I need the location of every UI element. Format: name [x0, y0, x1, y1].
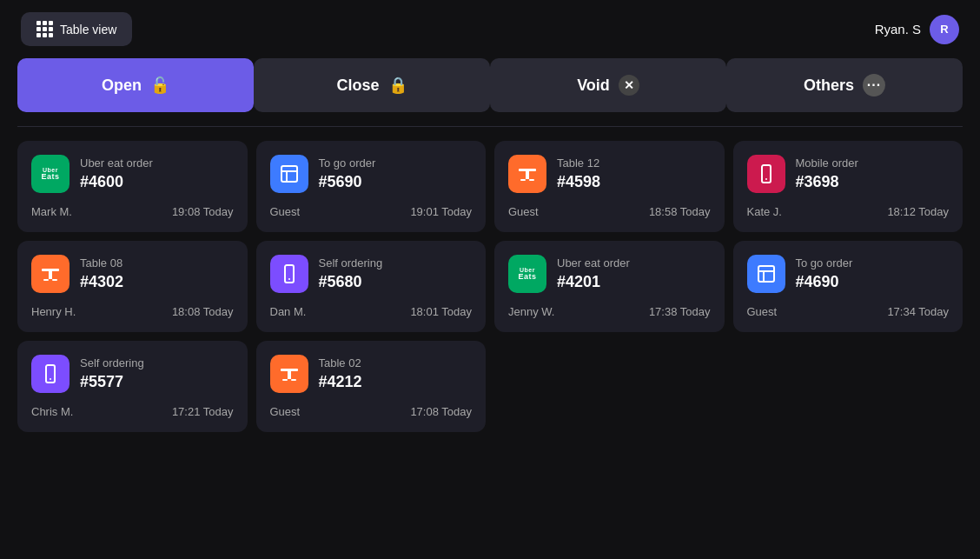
card-footer: Dan M. 18:01 Today: [270, 305, 473, 318]
card-title: Table 02: [319, 356, 362, 369]
card-customer: Chris M.: [31, 405, 73, 418]
card-info: Mobile order #3698: [796, 156, 858, 191]
card-title: Self ordering: [80, 356, 144, 369]
card-number: #5577: [80, 373, 144, 391]
self-icon: [31, 355, 70, 393]
order-card[interactable]: To go order #4690 Guest 17:34 Today: [733, 241, 963, 332]
cards-container: UberEats Uber eat order #4600 Mark M. 19…: [0, 141, 980, 432]
svg-rect-5: [520, 179, 526, 181]
svg-rect-4: [526, 171, 529, 179]
tab-others[interactable]: Others ···: [726, 58, 963, 112]
card-info: Table 12 #4598: [557, 156, 600, 191]
svg-rect-11: [43, 279, 49, 281]
card-number: #4212: [319, 373, 362, 391]
card-header: UberEats Uber eat order #4201: [508, 255, 711, 293]
avatar: R: [930, 15, 959, 44]
card-time: 18:58 Today: [649, 205, 711, 218]
card-footer: Guest 19:01 Today: [270, 205, 473, 218]
card-time: 18:08 Today: [172, 305, 234, 318]
svg-rect-21: [288, 371, 291, 379]
card-customer: Guest: [270, 205, 301, 218]
uber-icon: UberEats: [508, 255, 546, 293]
card-title: Self ordering: [319, 256, 383, 270]
card-time: 17:38 Today: [649, 305, 711, 318]
order-card[interactable]: Self ordering #5680 Dan M. 18:01 Today: [256, 241, 487, 332]
table-view-button[interactable]: Table view: [21, 12, 132, 46]
svg-rect-0: [281, 166, 297, 182]
svg-rect-15: [758, 266, 774, 282]
order-card[interactable]: Table 08 #4302 Henry H. 18:08 Today: [17, 241, 248, 332]
order-card[interactable]: Mobile order #3698 Kate J. 18:12 Today: [733, 141, 963, 232]
svg-rect-9: [42, 269, 59, 271]
card-info: Uber eat order #4600: [80, 156, 153, 191]
order-card[interactable]: UberEats Uber eat order #4600 Mark M. 19…: [17, 141, 248, 232]
card-number: #4600: [80, 173, 153, 191]
card-title: To go order: [319, 156, 376, 170]
card-info: Table 02 #4212: [319, 356, 362, 391]
table-view-label: Table view: [60, 23, 116, 37]
card-number: #4201: [557, 273, 630, 291]
svg-rect-6: [529, 179, 534, 181]
card-time: 17:08 Today: [410, 405, 472, 418]
card-footer: Guest 17:34 Today: [747, 305, 950, 318]
svg-point-19: [50, 378, 51, 380]
tab-close-label: Close: [336, 77, 379, 95]
dots-icon: ···: [863, 74, 885, 96]
card-footer: Jenny W. 17:38 Today: [508, 305, 711, 318]
card-header: Self ordering #5577: [31, 355, 234, 393]
user-name: Ryan. S: [875, 22, 921, 37]
card-header: Table 02 #4212: [270, 355, 473, 393]
card-info: Self ordering #5577: [80, 356, 144, 391]
card-header: To go order #5690: [270, 155, 473, 193]
card-time: 17:34 Today: [887, 305, 949, 318]
svg-rect-12: [52, 279, 57, 281]
tab-open-label: Open: [102, 77, 142, 95]
card-customer: Guest: [270, 405, 301, 418]
tab-void[interactable]: Void ✕: [490, 58, 726, 112]
table-icon: [508, 155, 546, 193]
grid-icon: [36, 21, 53, 37]
card-number: #4302: [80, 273, 123, 291]
card-time: 17:21 Today: [172, 405, 234, 418]
card-title: Table 12: [557, 156, 600, 170]
lock-open-icon: 🔓: [150, 76, 169, 95]
card-info: To go order #4690: [796, 256, 853, 291]
order-card[interactable]: To go order #5690 Guest 19:01 Today: [256, 141, 487, 232]
tab-others-label: Others: [804, 77, 854, 95]
card-title: To go order: [796, 256, 853, 270]
card-customer: Jenny W.: [508, 305, 554, 318]
divider: [17, 126, 963, 127]
table-icon: [270, 355, 308, 393]
user-info: Ryan. S R: [875, 15, 959, 44]
svg-rect-20: [281, 369, 298, 371]
card-time: 19:08 Today: [172, 205, 234, 218]
card-footer: Kate J. 18:12 Today: [747, 205, 950, 218]
card-customer: Dan M.: [270, 305, 307, 318]
card-header: To go order #4690: [747, 255, 950, 293]
table-icon: [31, 255, 70, 293]
card-footer: Guest 17:08 Today: [270, 405, 473, 418]
card-info: To go order #5690: [319, 156, 376, 191]
card-number: #4690: [796, 273, 853, 291]
card-customer: Henry H.: [31, 305, 76, 318]
order-card[interactable]: UberEats Uber eat order #4201 Jenny W. 1…: [494, 241, 725, 332]
order-card[interactable]: Self ordering #5577 Chris M. 17:21 Today: [17, 341, 248, 432]
svg-rect-23: [291, 379, 296, 381]
tab-close[interactable]: Close 🔒: [254, 58, 490, 112]
card-header: UberEats Uber eat order #4600: [31, 155, 234, 193]
svg-rect-22: [282, 379, 288, 381]
mobile-icon: [747, 155, 785, 193]
card-info: Self ordering #5680: [319, 256, 383, 291]
top-bar: Table view Ryan. S R: [0, 0, 980, 58]
card-title: Uber eat order: [80, 156, 153, 170]
tab-open[interactable]: Open 🔓: [17, 58, 254, 112]
togo-icon: [747, 255, 785, 293]
order-card[interactable]: Table 12 #4598 Guest 18:58 Today: [494, 141, 725, 232]
card-footer: Chris M. 17:21 Today: [31, 405, 234, 418]
card-title: Mobile order: [796, 156, 858, 170]
self-icon: [270, 255, 308, 293]
order-card[interactable]: Table 02 #4212 Guest 17:08 Today: [256, 341, 487, 432]
togo-icon: [270, 155, 308, 193]
lock-icon: 🔒: [388, 76, 407, 95]
tab-void-label: Void: [577, 77, 610, 95]
